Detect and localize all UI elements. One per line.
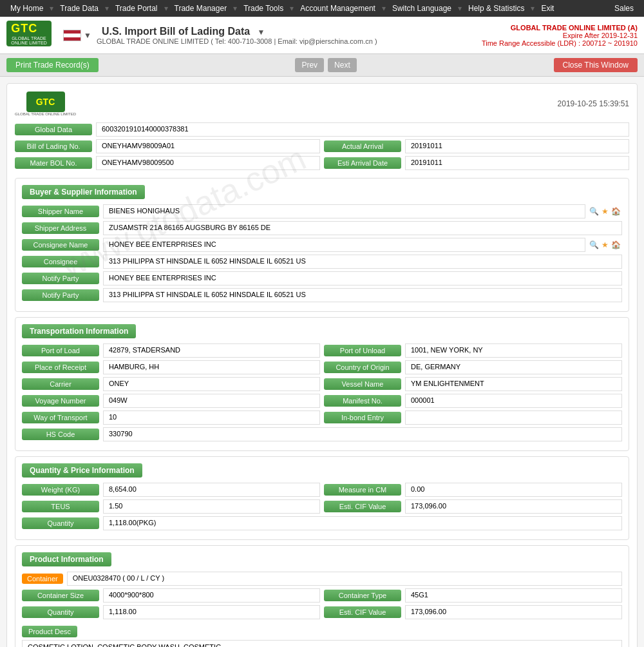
page-title: U.S. Import Bill of Lading Data	[102, 26, 250, 37]
consignee-row: Consignee 313 PHILIPPA ST HINSDALE IL 60…	[22, 255, 622, 269]
master-bol-label: Mater BOL No.	[15, 157, 92, 169]
nav-account-management[interactable]: Account Management	[295, 3, 381, 14]
record-header: GTC GLOBAL TRADE ONLINE LIMITED 2019-10-…	[15, 92, 629, 116]
master-bol-row: Mater BOL No. ONEYHAMV98009500 Esti Arri…	[15, 156, 629, 173]
nav-left: My Home ▾ Trade Data ▾ Trade Portal ▾ Tr…	[5, 3, 559, 14]
container-size-label: Container Size	[22, 590, 99, 601]
flag-area: ▼	[63, 30, 91, 41]
bol-arrival-row: Bill of Lading No. ONEYHAMV98009A01 Actu…	[15, 139, 629, 156]
in-bond-row: In-bond Entry	[324, 410, 622, 425]
shipper-name-label: Shipper Name	[22, 206, 99, 217]
next-button-top[interactable]: Next	[328, 58, 357, 72]
shipper-address-label: Shipper Address	[22, 222, 99, 234]
actual-arrival-value: 20191011	[405, 139, 629, 153]
notify-party2-label: Notify Party	[22, 289, 99, 301]
print-record-button-top[interactable]: Print Trade Record(s)	[6, 58, 99, 72]
consignee-name-value: HONEY BEE ENTERPRISES INC	[103, 238, 585, 252]
sales-label: Sales	[609, 3, 639, 14]
esti-cif-row: Esti. CIF Value 173,096.00	[324, 499, 622, 514]
manifest-row: Manifest No. 000001	[324, 394, 622, 408]
quantity-price-header: Quantity & Price Information	[22, 463, 142, 478]
shipper-address-value: ZUSAMSTR 21A 86165 AUGSBURG BY 86165 DE	[103, 221, 622, 235]
container-type-row: Container Type 45G1	[324, 588, 622, 603]
record-logo-icon: GTC	[26, 92, 65, 112]
place-receipt-row: Place of Receipt HAMBURG, HH	[22, 360, 320, 374]
product-quantity-label: Quantity	[22, 606, 99, 618]
nav-my-home[interactable]: My Home	[5, 3, 48, 14]
port-unload-row: Port of Unload 1001, NEW YORK, NY	[324, 343, 622, 358]
carrier-label: Carrier	[22, 378, 99, 390]
consignee-name-label: Consignee Name	[22, 239, 99, 251]
nav-trade-manager[interactable]: Trade Manager	[169, 3, 232, 14]
master-bol-value: ONEYHAMV98009500	[96, 156, 320, 170]
shipper-address-row: Shipper Address ZUSAMSTR 21A 86165 AUGSB…	[22, 221, 622, 235]
consignee-home-icon[interactable]: 🏠	[611, 240, 621, 249]
shipper-home-icon[interactable]: 🏠	[611, 207, 621, 216]
measure-row: Measure in CM 0.00	[324, 483, 622, 497]
notify-party1-label: Notify Party	[22, 273, 99, 284]
way-transport-row: Way of Transport 10	[22, 410, 320, 425]
measure-label: Measure in CM	[324, 484, 401, 496]
quantity-price-section: Quantity & Price Information Weight (KG)…	[15, 456, 629, 540]
port-load-value: 42879, STADERSAND	[103, 343, 320, 358]
prev-button-top[interactable]: Prev	[295, 58, 324, 72]
us-flag	[63, 30, 81, 41]
in-bond-value	[405, 410, 622, 425]
esti-arrival-label: Esti Arrival Date	[324, 157, 401, 169]
country-origin-value: DE, GERMANY	[405, 360, 622, 374]
buyer-supplier-header: Buyer & Supplier Information	[22, 185, 145, 199]
nav-trade-tools[interactable]: Trade Tools	[238, 3, 289, 14]
consignee-star-icon[interactable]: ★	[601, 240, 609, 249]
notify-party2-value: 313 PHILIPPA ST HINSDALE IL 6052 HINSDAL…	[103, 288, 622, 302]
expire-date: Expire After 2019-12-31	[482, 32, 638, 39]
transportation-section: Transportation Information Port of Load …	[15, 317, 629, 451]
global-data-value: 6003201910140000378381	[96, 122, 629, 137]
notify-party1-value: HONEY BEE ENTERPRISES INC	[103, 271, 622, 285]
toolbar-top: Print Trade Record(s) Prev Next Close Th…	[0, 54, 644, 77]
product-quantity-value: 1,118.00	[103, 605, 320, 619]
nav-exit[interactable]: Exit	[536, 3, 559, 14]
way-transport-label: Way of Transport	[22, 412, 99, 423]
consignee-name-row: Consignee Name HONEY BEE ENTERPRISES INC…	[22, 238, 622, 252]
buyer-supplier-section: Buyer & Supplier Information Shipper Nam…	[15, 178, 629, 312]
nav-trade-data[interactable]: Trade Data	[55, 3, 104, 14]
notify-party2-row: Notify Party 313 PHILIPPA ST HINSDALE IL…	[22, 288, 622, 302]
esti-cif-value: 173,096.00	[405, 499, 622, 514]
product-desc-value: COSMETIC LOTION, COSMETIC BODY WASH, COS…	[22, 640, 622, 647]
esti-arrival-value: 20191011	[405, 156, 629, 170]
logo-area: GTC GLOBAL TRADEONLINE LIMITED	[6, 21, 52, 50]
container-row: Container ONEU0328470 ( 00 / L / CY )	[22, 572, 622, 586]
hs-code-label: HS Code	[22, 429, 99, 440]
company-name: GLOBAL TRADE ONLINE LIMITED (A)	[482, 24, 638, 32]
container-value: ONEU0328470 ( 00 / L / CY )	[67, 572, 622, 586]
shipper-name-row: Shipper Name BIENES HONIGHAUS 🔍 ★ 🏠	[22, 204, 622, 218]
nav-help-statistics[interactable]: Help & Statistics	[463, 3, 529, 14]
container-label: Container	[22, 574, 63, 584]
voyage-value: 049W	[103, 394, 320, 408]
consignee-search-icon[interactable]: 🔍	[589, 240, 599, 249]
shipper-star-icon[interactable]: ★	[601, 207, 609, 216]
voyage-label: Voyage Number	[22, 395, 99, 407]
shipper-search-icon[interactable]: 🔍	[589, 207, 599, 216]
nav-trade-portal[interactable]: Trade Portal	[110, 3, 163, 14]
product-header: Product Information	[22, 552, 111, 566]
logo-icon: GTC GLOBAL TRADEONLINE LIMITED	[6, 21, 52, 46]
place-receipt-value: HAMBURG, HH	[103, 360, 320, 374]
header-account-info: GLOBAL TRADE ONLINE LIMITED (A) Expire A…	[482, 24, 638, 47]
product-desc-label: Product Desc	[22, 626, 77, 637]
manifest-value: 000001	[405, 394, 622, 408]
quantity-row: Quantity 1,118.00(PKG)	[22, 516, 622, 530]
close-window-button-top[interactable]: Close This Window	[554, 58, 638, 72]
vessel-name-value: YM ENLIGHTENMENT	[405, 377, 622, 391]
product-section: Product Information Container ONEU032847…	[15, 545, 629, 647]
measure-value: 0.00	[405, 483, 622, 497]
nav-switch-language[interactable]: Switch Language	[387, 3, 457, 14]
shipper-name-value: BIENES HONIGHAUS	[103, 204, 585, 218]
main-content: www.gtodata.com GTC GLOBAL TRADE ONLINE …	[0, 77, 644, 647]
transportation-header: Transportation Information	[22, 324, 136, 338]
consignee-value: 313 PHILIPPA ST HINSDALE IL 6052 HINSDAL…	[103, 255, 622, 269]
container-type-value: 45G1	[405, 588, 622, 603]
weight-label: Weight (KG)	[22, 484, 99, 496]
record-logo: GTC GLOBAL TRADE ONLINE LIMITED	[15, 92, 76, 116]
port-unload-value: 1001, NEW YORK, NY	[405, 343, 622, 358]
